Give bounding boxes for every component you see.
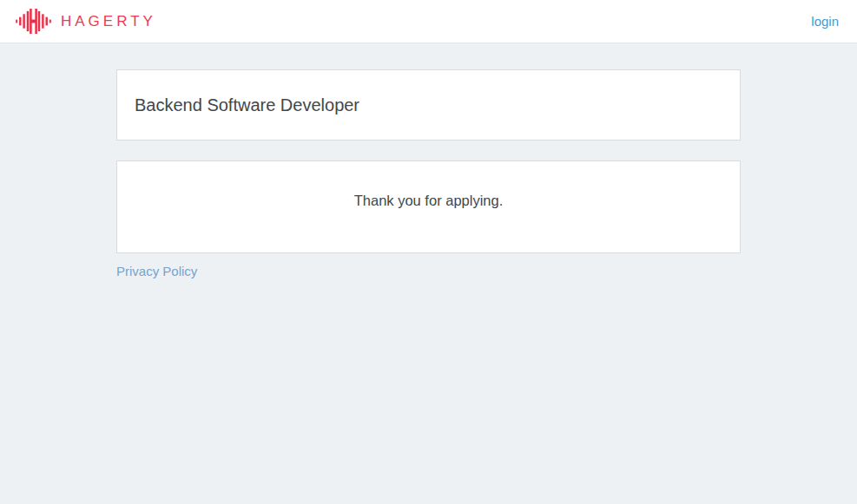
job-title-card: Backend Software Developer	[116, 69, 741, 141]
hagerty-logo[interactable]: HAGERTY	[16, 9, 156, 34]
confirmation-message-card: Thank you for applying.	[116, 160, 741, 253]
header: HAGERTY login	[0, 0, 857, 43]
confirmation-message: Thank you for applying.	[117, 191, 740, 211]
job-title: Backend Software Developer	[135, 92, 722, 118]
privacy-policy-link[interactable]: Privacy Policy	[116, 264, 197, 278]
login-link[interactable]: login	[811, 14, 839, 29]
main-content: Backend Software Developer Thank you for…	[116, 69, 741, 279]
hagerty-logo-icon	[16, 9, 51, 34]
hagerty-wordmark: HAGERTY	[61, 13, 156, 30]
